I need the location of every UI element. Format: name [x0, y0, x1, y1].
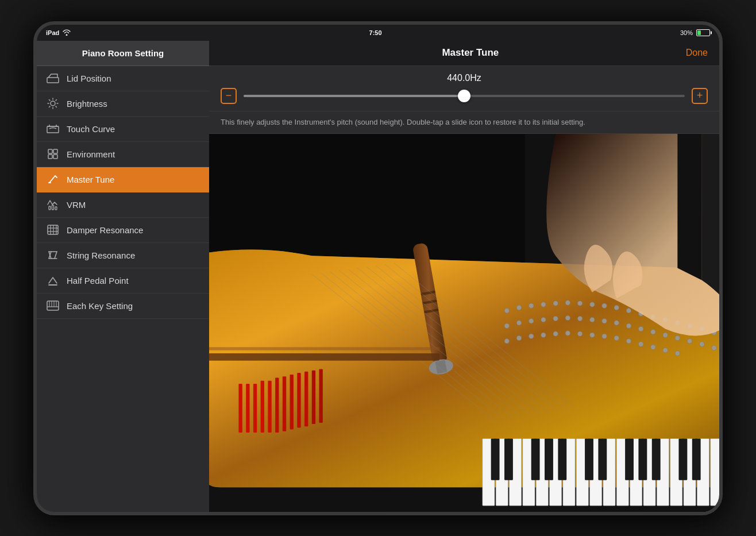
status-bar: iPad 7:50 30% — [37, 25, 719, 41]
svg-rect-0 — [47, 78, 59, 83]
svg-point-67 — [675, 336, 680, 340]
svg-point-59 — [577, 316, 582, 321]
svg-rect-17 — [53, 155, 57, 159]
svg-point-56 — [541, 317, 546, 322]
master-tune-label: Master Tune — [67, 175, 114, 184]
svg-point-36 — [516, 305, 521, 310]
slider-thumb[interactable] — [458, 90, 470, 102]
svg-rect-124 — [531, 438, 540, 480]
half-pedal-point-icon — [46, 273, 60, 287]
svg-point-66 — [663, 333, 668, 337]
damper-resonance-label: Damper Resonance — [67, 225, 143, 235]
svg-point-45 — [626, 308, 631, 313]
sidebar-item-master-tune[interactable]: Master Tune — [37, 167, 209, 192]
svg-point-83 — [651, 345, 655, 349]
svg-point-82 — [638, 341, 643, 346]
svg-rect-144 — [209, 353, 440, 361]
string-resonance-icon — [46, 248, 60, 262]
minus-button[interactable]: − — [221, 88, 237, 104]
svg-rect-121 — [711, 438, 719, 506]
main-header: Master Tune Done — [209, 41, 719, 66]
svg-point-41 — [577, 300, 582, 305]
svg-point-65 — [651, 329, 655, 334]
environment-label: Environment — [67, 149, 115, 159]
svg-point-54 — [516, 320, 521, 325]
sidebar-item-lid-position[interactable]: Lid Position — [37, 66, 209, 91]
svg-point-55 — [529, 318, 533, 323]
slider-track[interactable] — [244, 95, 685, 97]
svg-line-9 — [49, 106, 51, 107]
half-pedal-point-label: Half Pedal Point — [67, 276, 129, 286]
tune-value: 440.0Hz — [221, 73, 708, 83]
svg-point-40 — [565, 300, 570, 304]
power-button[interactable] — [720, 243, 723, 283]
sidebar-item-brightness[interactable]: Brightness — [37, 91, 209, 117]
svg-rect-14 — [48, 149, 52, 153]
device-frame: iPad 7:50 30% Piano Room Setting — [33, 21, 723, 515]
vrm-icon — [46, 198, 60, 211]
svg-rect-18 — [49, 206, 51, 210]
svg-rect-100 — [435, 360, 447, 373]
status-right: 30% — [680, 29, 710, 36]
description-text: This finely adjusts the Instrument's pit… — [221, 117, 708, 128]
slider-row: − + — [221, 88, 708, 104]
svg-rect-97 — [319, 369, 322, 422]
piano-image-area — [209, 134, 719, 512]
svg-rect-90 — [268, 380, 271, 432]
done-button[interactable]: Done — [686, 48, 708, 58]
sidebar-item-half-pedal-point[interactable]: Half Pedal Point — [37, 268, 209, 294]
svg-rect-128 — [598, 438, 607, 480]
svg-point-69 — [700, 341, 704, 346]
svg-point-68 — [687, 338, 692, 343]
svg-rect-20 — [55, 207, 57, 210]
svg-point-58 — [565, 315, 570, 320]
svg-rect-19 — [52, 205, 54, 210]
svg-point-80 — [614, 336, 619, 340]
main-title: Master Tune — [255, 47, 686, 59]
each-key-setting-label: Each Key Setting — [67, 301, 133, 311]
svg-point-57 — [553, 316, 558, 321]
plus-button[interactable]: + — [692, 88, 708, 104]
svg-rect-123 — [504, 438, 513, 480]
svg-rect-127 — [585, 438, 593, 480]
sidebar-item-each-key-setting[interactable]: Each Key Setting — [37, 294, 209, 319]
app-content: Piano Room Setting Lid Position — [37, 41, 719, 512]
svg-rect-87 — [246, 384, 249, 433]
volume-button[interactable] — [33, 140, 36, 163]
master-tune-icon — [46, 172, 60, 186]
piano-svg — [209, 134, 719, 512]
svg-rect-125 — [545, 438, 553, 480]
brightness-icon — [46, 97, 60, 110]
main-panel: Master Tune Done 440.0Hz − + This finely… — [209, 41, 719, 512]
svg-rect-10 — [47, 126, 59, 133]
sidebar-title: Piano Room Setting — [37, 41, 209, 66]
wifi-icon — [63, 29, 71, 36]
svg-point-39 — [553, 300, 558, 305]
lid-position-label: Lid Position — [67, 74, 111, 83]
svg-point-38 — [541, 302, 546, 307]
svg-rect-122 — [491, 438, 500, 480]
battery-indicator — [696, 29, 710, 36]
sidebar-item-touch-curve[interactable]: Touch Curve — [37, 117, 209, 142]
svg-point-44 — [614, 305, 619, 310]
svg-point-74 — [541, 333, 546, 337]
svg-rect-86 — [238, 384, 242, 433]
damper-resonance-icon — [46, 223, 60, 237]
slider-fill — [244, 95, 464, 97]
sidebar-item-environment[interactable]: Environment — [37, 142, 209, 167]
tune-control: 440.0Hz − + — [209, 66, 719, 111]
svg-point-43 — [602, 303, 607, 308]
svg-point-61 — [602, 318, 607, 323]
svg-point-63 — [626, 323, 631, 328]
svg-rect-15 — [53, 149, 57, 153]
svg-point-62 — [614, 320, 619, 325]
svg-rect-133 — [692, 438, 701, 480]
svg-point-73 — [529, 334, 533, 338]
sidebar-item-vrm[interactable]: VRM — [37, 192, 209, 218]
svg-rect-96 — [312, 370, 315, 423]
sidebar-item-string-resonance[interactable]: String Resonance — [37, 243, 209, 268]
sidebar-item-damper-resonance[interactable]: Damper Resonance — [37, 218, 209, 243]
svg-rect-145 — [209, 347, 440, 350]
battery-fill — [697, 30, 701, 35]
svg-rect-126 — [558, 438, 566, 480]
